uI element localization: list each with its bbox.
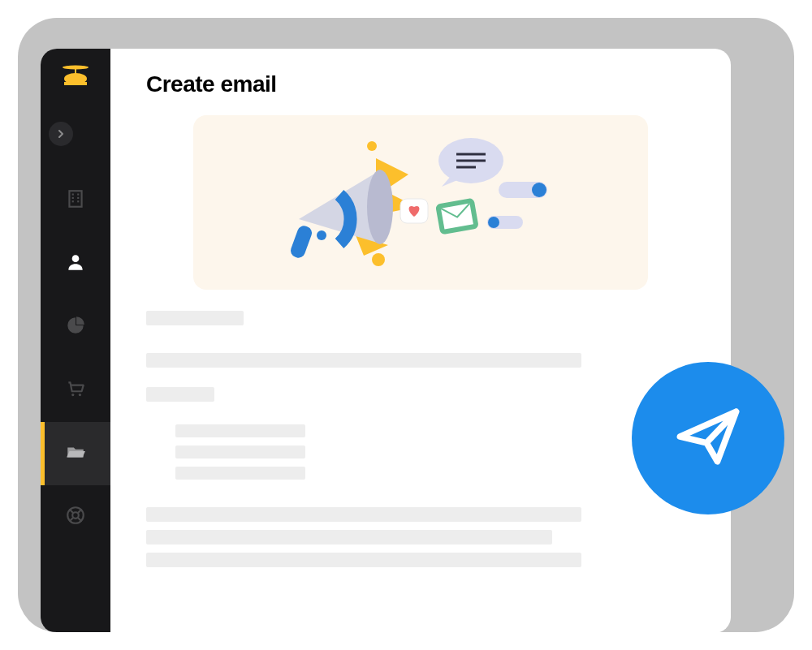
app-window: Create email: [41, 49, 731, 632]
propeller-cap-icon: [59, 64, 92, 85]
folder-open-icon: [65, 441, 86, 466]
paper-plane-icon: [669, 398, 747, 479]
person-icon: [65, 252, 86, 276]
svg-rect-7: [72, 197, 74, 199]
svg-point-15: [72, 512, 79, 519]
svg-point-23: [367, 170, 393, 244]
page-title: Create email: [146, 71, 695, 97]
app-logo[interactable]: [59, 63, 92, 86]
send-button[interactable]: [632, 362, 784, 514]
help-icon: [65, 505, 86, 529]
placeholder-line: [175, 467, 305, 480]
svg-line-16: [69, 509, 73, 513]
main-content: Create email: [110, 49, 731, 632]
svg-rect-8: [77, 197, 79, 199]
sidebar-nav: [41, 169, 110, 549]
svg-line-19: [78, 518, 82, 522]
placeholder-line: [146, 507, 581, 522]
chevron-right-icon: [57, 127, 65, 141]
placeholder-line: [146, 353, 581, 368]
sidebar-item-contacts[interactable]: [41, 232, 110, 295]
svg-line-18: [69, 518, 73, 522]
placeholder-line: [146, 530, 552, 545]
svg-rect-4: [69, 191, 81, 207]
building-icon: [65, 188, 86, 213]
svg-rect-24: [289, 224, 314, 260]
svg-rect-9: [72, 200, 74, 202]
sidebar: [41, 49, 110, 632]
placeholder-line: [146, 553, 581, 567]
svg-rect-5: [72, 194, 74, 196]
sidebar-item-commerce[interactable]: [41, 359, 110, 422]
svg-rect-10: [77, 200, 79, 202]
device-frame: Create email: [18, 18, 794, 632]
svg-point-35: [488, 217, 499, 228]
sidebar-item-content[interactable]: [41, 422, 110, 485]
sidebar-item-support[interactable]: [41, 485, 110, 549]
content-placeholder: [146, 311, 695, 567]
svg-point-21: [317, 230, 326, 240]
hero-illustration: [193, 115, 648, 290]
placeholder-line: [146, 311, 244, 325]
svg-point-22: [372, 253, 385, 266]
cart-icon: [65, 378, 86, 402]
sidebar-item-organization[interactable]: [41, 169, 110, 232]
svg-point-3: [63, 66, 89, 70]
sidebar-expand-toggle[interactable]: [49, 122, 73, 146]
svg-line-17: [78, 509, 82, 513]
placeholder-line: [175, 446, 305, 458]
pie-chart-icon: [65, 315, 86, 339]
svg-rect-1: [64, 82, 87, 85]
svg-point-11: [72, 255, 80, 262]
svg-point-12: [71, 394, 74, 396]
svg-rect-6: [77, 194, 79, 196]
placeholder-line: [175, 424, 305, 437]
placeholder-line: [146, 387, 214, 402]
megaphone-illustration-icon: [242, 130, 599, 276]
svg-point-33: [532, 183, 546, 197]
sidebar-item-analytics[interactable]: [41, 295, 110, 359]
svg-point-20: [367, 141, 377, 151]
svg-point-13: [79, 394, 81, 396]
